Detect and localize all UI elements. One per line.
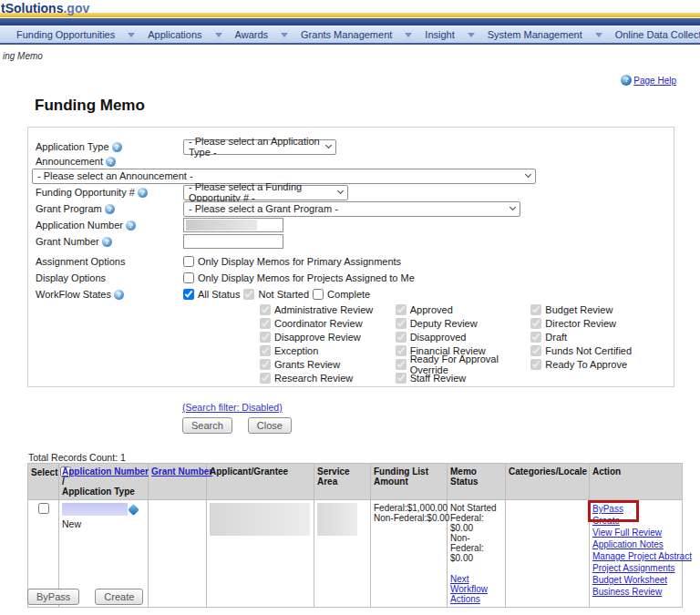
- main-navbar: Funding Opportunities Applications Award…: [0, 26, 700, 45]
- complete-checkbox[interactable]: [313, 289, 324, 300]
- logo: tSolutions.gov: [0, 0, 700, 13]
- workflow-state-checkbox: [260, 318, 271, 329]
- close-button[interactable]: Close: [248, 417, 292, 434]
- project-assignments-link[interactable]: Project Assignments: [592, 562, 679, 574]
- select-arrow-icon: [510, 204, 516, 210]
- logo-suffix: .gov: [63, 1, 89, 15]
- action-cell: ByPass Create View Full Review Applicati…: [590, 500, 683, 608]
- create-button[interactable]: Create: [95, 589, 143, 605]
- funding-opportunity-select[interactable]: - Please select a Funding Opportunity # …: [183, 185, 348, 200]
- application-notes-link[interactable]: Application Notes: [592, 538, 679, 550]
- help-icon[interactable]: ?: [106, 157, 116, 167]
- grant-number-cell: [149, 500, 207, 608]
- select-arrow-icon: [337, 188, 344, 194]
- total-records-count: Total Records Count: 1: [28, 452, 126, 463]
- view-full-review-link[interactable]: View Full Review: [592, 527, 679, 538]
- chevron-down-icon[interactable]: [595, 33, 602, 37]
- help-icon[interactable]: ?: [138, 188, 148, 198]
- header-separator: /: [62, 477, 65, 487]
- categories-column-header: Categories/Locale: [509, 466, 587, 477]
- funding-amount-cell: Federal:$1,000.00 Non-Federal:$0.00: [371, 500, 448, 608]
- application-type-select[interactable]: - Please select an Application Type -: [183, 139, 336, 155]
- navy-stripe: [0, 18, 700, 26]
- workflow-state-checkbox: [396, 304, 407, 315]
- funding-amount-column-header: Funding List Amount: [374, 466, 428, 487]
- nav-applications[interactable]: Applications: [148, 29, 201, 40]
- grant-number-input[interactable]: [183, 234, 283, 249]
- page-help-label[interactable]: Page Help: [633, 76, 676, 86]
- select-column-header: Select: [31, 467, 57, 477]
- search-button[interactable]: Search: [182, 417, 232, 434]
- announcement-label-row: Announcement?: [36, 155, 666, 168]
- budget-worksheet-link[interactable]: Budget Worksheet: [592, 574, 679, 586]
- application-type-column-header: Application Type: [62, 487, 135, 497]
- workflow-grid-row: Administrative Review Approved Budget Re…: [260, 302, 666, 316]
- nav-grants-management[interactable]: Grants Management: [301, 29, 392, 40]
- assignment-options-row: Assignment Options Only Display Memos fo…: [36, 253, 666, 270]
- workflow-state-checkbox: [396, 332, 407, 343]
- select-arrow-icon: [325, 142, 332, 149]
- info-diamond-icon[interactable]: [128, 504, 139, 516]
- create-link[interactable]: Create: [592, 515, 679, 527]
- memo-federal-value: Federal: $0.00: [450, 513, 502, 533]
- help-icon[interactable]: ?: [112, 142, 122, 152]
- chevron-down-icon[interactable]: [215, 33, 222, 37]
- business-review-link[interactable]: Business Review: [592, 586, 679, 598]
- nav-awards[interactable]: Awards: [235, 29, 268, 40]
- workflow-state-checkbox: [260, 304, 271, 315]
- app-header: tSolutions.gov Funding Opportunities App…: [0, 0, 700, 45]
- workflow-state-checkbox: [260, 359, 271, 370]
- page-title: Funding Memo: [35, 97, 145, 115]
- page-help-icon: ?: [621, 75, 632, 86]
- applicant-column-header: Applicant/Grantee: [210, 466, 288, 477]
- grant-number-label: Grant Number: [36, 236, 99, 247]
- workflow-state-checkbox: [396, 318, 407, 329]
- memo-status-value: Not Started: [450, 503, 502, 513]
- workflow-state-checkbox: [530, 332, 541, 343]
- display-options-label: Display Options: [36, 272, 106, 283]
- application-number-label: Application Number: [36, 220, 123, 231]
- chevron-down-icon[interactable]: [468, 33, 475, 37]
- grant-number-sort-link[interactable]: Grant Number: [151, 466, 212, 477]
- nav-online-data-collection[interactable]: Online Data Collection: [615, 29, 700, 40]
- workflow-grid-row: Disapprove Review Disapproved Draft: [260, 330, 666, 343]
- bypass-button[interactable]: ByPass: [27, 589, 79, 605]
- workflow-state-checkbox: [260, 332, 271, 343]
- manage-project-abstract-link[interactable]: Manage Project Abstract: [592, 550, 679, 562]
- application-number-sort-link[interactable]: Application Number: [62, 466, 149, 477]
- primary-assignments-checkbox[interactable]: [183, 256, 194, 267]
- next-workflow-actions-link[interactable]: Next Workflow Actions: [450, 574, 502, 604]
- nav-insight[interactable]: Insight: [425, 29, 454, 40]
- workflow-state-checkbox: [260, 345, 271, 356]
- chevron-down-icon[interactable]: [128, 33, 135, 37]
- grant-program-select[interactable]: - Please select a Grant Program -: [183, 201, 520, 217]
- workflow-state-checkbox: [396, 359, 407, 370]
- bypass-link[interactable]: ByPass: [592, 503, 679, 515]
- help-icon[interactable]: ?: [114, 290, 124, 300]
- action-column-header: Action: [592, 466, 621, 477]
- search-filter-link[interactable]: (Search filter: Disabled): [182, 402, 283, 413]
- help-icon[interactable]: ?: [105, 204, 115, 214]
- logo-text: tSolutions: [1, 1, 63, 15]
- application-number-input[interactable]: [183, 218, 283, 232]
- projects-assigned-checkbox[interactable]: [183, 272, 194, 283]
- help-icon[interactable]: ?: [126, 220, 136, 231]
- nav-funding-opportunities[interactable]: Funding Opportunities: [16, 29, 115, 40]
- all-status-checkbox[interactable]: [183, 289, 194, 300]
- not-started-checkbox: [243, 289, 254, 300]
- chevron-down-icon[interactable]: [281, 33, 288, 37]
- page-help-link[interactable]: ? Page Help: [621, 75, 676, 86]
- chevron-down-icon[interactable]: [405, 33, 412, 37]
- row-select-checkbox[interactable]: [38, 503, 49, 514]
- grant-number-row: Grant Number?: [36, 233, 666, 250]
- workflow-state-checkbox: [260, 373, 271, 384]
- nav-system-management[interactable]: System Management: [488, 29, 582, 40]
- memo-status-cell: Not Started Federal: $0.00 Non-Federal: …: [448, 500, 506, 608]
- results-table-container: Select Application Number /Application T…: [27, 463, 683, 608]
- display-options-row: Display Options Only Display Memos for P…: [36, 270, 666, 286]
- redacted-application-number: [62, 503, 128, 516]
- workflow-grid-row: Grants Review Ready For Approval Overrid…: [260, 357, 666, 371]
- workflow-grid-row: Research Review Staff Review: [260, 371, 666, 384]
- funding-opportunity-label: Funding Opportunity #: [36, 187, 135, 198]
- help-icon[interactable]: ?: [102, 237, 112, 247]
